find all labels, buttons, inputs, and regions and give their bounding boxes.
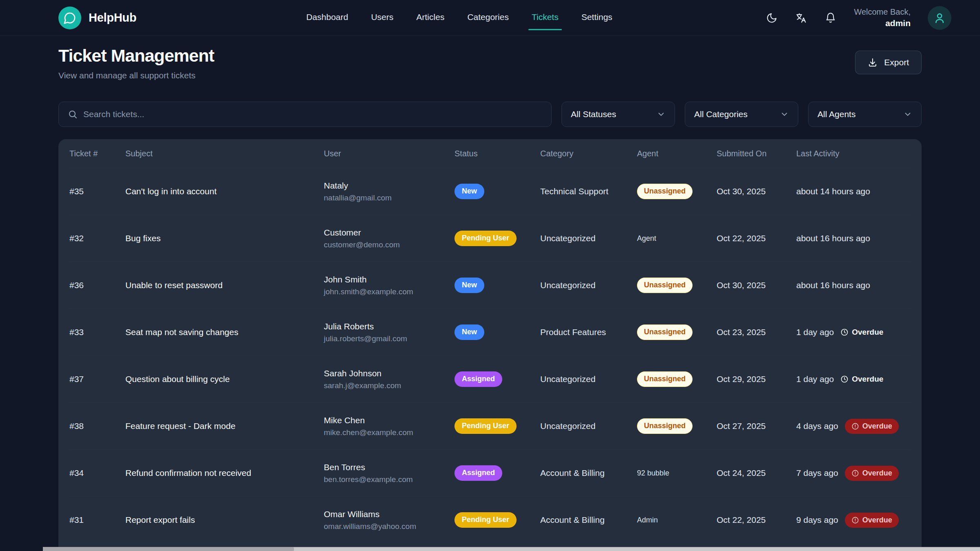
welcome-text: Welcome Back, xyxy=(854,7,911,18)
ticket-category: Technical Support xyxy=(540,187,637,196)
ticket-status: Assigned xyxy=(454,371,540,387)
export-label: Export xyxy=(884,58,909,67)
table-row[interactable]: #37 Question about billing cycle Sarah J… xyxy=(69,355,911,402)
ticket-category: Account & Billing xyxy=(540,515,637,525)
ticket-number: #35 xyxy=(69,187,125,196)
agent-name: Admin xyxy=(637,516,658,524)
ticket-category: Uncategorized xyxy=(540,233,637,243)
status-badge: Pending User xyxy=(454,418,517,434)
ticket-submitted: Oct 30, 2025 xyxy=(717,280,796,290)
user-name: Ben Torres xyxy=(324,462,449,472)
ticket-number: #33 xyxy=(69,327,125,337)
ticket-last-activity: about 14 hours ago xyxy=(796,187,911,196)
ticket-subject: Question about billing cycle xyxy=(125,374,324,384)
column-header-ticket: Ticket # xyxy=(69,149,125,158)
horizontal-scrollbar[interactable] xyxy=(43,547,980,551)
overdue-label: Overdue xyxy=(862,422,892,431)
user-name: Omar Williams xyxy=(324,509,449,519)
alert-circle-icon xyxy=(851,516,859,524)
brand[interactable]: HelpHub xyxy=(58,7,136,29)
page-header: Ticket Management View and manage all su… xyxy=(58,46,922,80)
table-row[interactable]: #34 Refund confirmation not received Ben… xyxy=(69,449,911,496)
unassigned-badge: Unassigned xyxy=(637,371,693,387)
ticket-subject: Bug fixes xyxy=(125,233,324,243)
table-row[interactable]: #32 Bug fixes Customer customer@demo.com… xyxy=(69,215,911,262)
ticket-submitted: Oct 23, 2025 xyxy=(717,327,796,337)
column-header-user: User xyxy=(324,149,454,158)
table-row[interactable]: #38 Feature request - Dark mode Mike Che… xyxy=(69,402,911,449)
filter-all-categories[interactable]: All Categories xyxy=(685,102,798,127)
column-header-status: Status xyxy=(454,149,540,158)
language-switcher[interactable] xyxy=(795,12,807,24)
ticket-status: Pending User xyxy=(454,231,540,246)
ticket-subject: Seat map not saving changes xyxy=(125,327,324,337)
user-avatar[interactable] xyxy=(928,6,951,30)
filter-bar: All StatusesAll CategoriesAll Agents xyxy=(58,102,922,127)
translate-icon xyxy=(795,12,807,24)
relative-time: 4 days ago xyxy=(796,421,838,431)
helphub-logo xyxy=(58,7,81,29)
user-email: ben.torres@example.com xyxy=(324,475,449,484)
ticket-submitted: Oct 29, 2025 xyxy=(717,374,796,384)
ticket-last-activity: 1 day agoOverdue xyxy=(796,374,911,384)
dark-mode-toggle[interactable] xyxy=(766,12,778,24)
ticket-agent: Unassigned xyxy=(637,278,717,293)
ticket-user: Ben Torres ben.torres@example.com xyxy=(324,462,454,484)
ticket-agent: Unassigned xyxy=(637,324,717,340)
ticket-last-activity: about 16 hours ago xyxy=(796,233,911,243)
user-name: Customer xyxy=(324,228,449,238)
status-badge: New xyxy=(454,324,484,340)
ticket-category: Product Features xyxy=(540,327,637,337)
ticket-category: Account & Billing xyxy=(540,468,637,478)
export-button[interactable]: Export xyxy=(855,51,922,74)
chevron-down-icon xyxy=(780,110,789,119)
status-badge: Pending User xyxy=(454,512,517,528)
table-row[interactable]: #31 Report export fails Omar Williams om… xyxy=(69,496,911,543)
ticket-submitted: Oct 24, 2025 xyxy=(717,468,796,478)
nav-item-categories[interactable]: Categories xyxy=(466,9,510,27)
notifications-button[interactable] xyxy=(824,12,837,24)
ticket-user: Omar Williams omar.williams@yahoo.com xyxy=(324,509,454,531)
table-row[interactable]: #36 Unable to reset password John Smith … xyxy=(69,262,911,309)
relative-time: 7 days ago xyxy=(796,468,838,478)
ticket-agent: Agent xyxy=(637,234,717,243)
user-email: omar.williams@yahoo.com xyxy=(324,522,449,531)
filter-all-agents[interactable]: All Agents xyxy=(808,102,922,127)
overdue-indicator: Overdue xyxy=(840,328,883,337)
filter-all-statuses[interactable]: All Statuses xyxy=(561,102,675,127)
table-row[interactable]: #35 Can't log in into account Nataly nat… xyxy=(69,168,911,215)
overdue-indicator: Overdue xyxy=(845,466,899,481)
primary-nav: DashboardUsersArticlesCategoriesTicketsS… xyxy=(289,9,613,27)
scrollbar-thumb[interactable] xyxy=(43,547,294,551)
tickets-table: Ticket #SubjectUserStatusCategoryAgentSu… xyxy=(58,139,922,551)
ticket-subject: Feature request - Dark mode xyxy=(125,421,324,431)
ticket-subject: Refund confirmation not received xyxy=(125,468,324,478)
nav-item-dashboard[interactable]: Dashboard xyxy=(305,9,349,27)
ticket-status: Pending User xyxy=(454,512,540,528)
nav-item-articles[interactable]: Articles xyxy=(416,9,445,27)
relative-time: about 16 hours ago xyxy=(796,233,870,243)
column-header-category: Category xyxy=(540,149,637,158)
table-body: #35 Can't log in into account Nataly nat… xyxy=(69,168,911,543)
nav-item-users[interactable]: Users xyxy=(370,9,394,27)
ticket-agent: Unassigned xyxy=(637,371,717,387)
column-header-subject: Subject xyxy=(125,149,324,158)
ticket-last-activity: 4 days agoOverdue xyxy=(796,419,911,434)
ticket-number: #34 xyxy=(69,468,125,478)
table-row[interactable]: #33 Seat map not saving changes Julia Ro… xyxy=(69,309,911,355)
user-name: Sarah Johnson xyxy=(324,369,449,378)
ticket-agent: Unassigned xyxy=(637,184,717,199)
ticket-user: Nataly natallia@gmail.com xyxy=(324,181,454,202)
nav-item-settings[interactable]: Settings xyxy=(581,9,613,27)
moon-icon xyxy=(766,12,777,24)
relative-time: 1 day ago xyxy=(796,374,834,384)
user-name: Julia Roberts xyxy=(324,322,449,331)
ticket-submitted: Oct 22, 2025 xyxy=(717,233,796,243)
overdue-indicator: Overdue xyxy=(840,375,883,384)
ticket-status: Pending User xyxy=(454,418,540,434)
nav-item-tickets[interactable]: Tickets xyxy=(531,9,559,27)
relative-time: 9 days ago xyxy=(796,515,838,525)
status-badge: New xyxy=(454,184,484,199)
navbar-right: Welcome Back, admin xyxy=(766,6,951,30)
search-input[interactable] xyxy=(83,109,542,119)
